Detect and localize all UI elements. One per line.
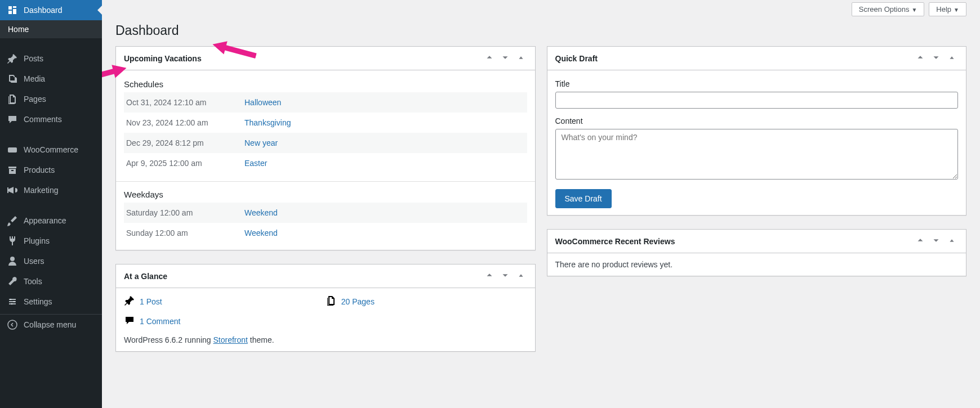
table-row: Dec 29, 2024 8:12 pmNew year — [124, 133, 527, 153]
schedule-link[interactable]: Halloween — [244, 98, 281, 107]
weekdays-heading: Weekdays — [124, 190, 527, 199]
comments-count-link[interactable]: 1 Comment — [140, 317, 180, 326]
sidebar-item-plugins[interactable]: Plugins — [0, 231, 102, 251]
sidebar-item-dashboard[interactable]: Dashboard — [0, 0, 102, 20]
megaphone-icon — [7, 185, 18, 196]
upcoming-vacations-title: Upcoming Vacations — [124, 54, 202, 63]
table-row: Apr 9, 2025 12:00 amEaster — [124, 153, 527, 173]
sidebar-item-label: Marketing — [24, 186, 58, 195]
theme-link[interactable]: Storefront — [213, 335, 248, 344]
footer-text-post: theme. — [248, 335, 274, 344]
save-draft-button[interactable]: Save Draft — [555, 189, 612, 208]
media-icon — [7, 73, 18, 84]
recent-reviews-title: WooCommerce Recent Reviews — [555, 237, 675, 246]
pages-icon — [7, 93, 18, 105]
move-up-icon[interactable] — [483, 270, 496, 282]
sidebar-item-tools[interactable]: Tools — [0, 271, 102, 292]
main-content: Screen Options▼ Help▼ Dashboard Upcoming… — [102, 0, 980, 408]
sidebar-item-label: Dashboard — [24, 6, 63, 15]
admin-sidebar: Dashboard Home Posts Media Pages Comment… — [0, 0, 102, 408]
quick-draft-title: Quick Draft — [555, 54, 598, 63]
posts-count-link[interactable]: 1 Post — [140, 297, 162, 306]
move-down-icon[interactable] — [930, 235, 942, 247]
page-title: Dashboard — [115, 16, 966, 46]
sidebar-item-woocommerce[interactable]: WooCommerce — [0, 140, 102, 160]
sidebar-subitem-home[interactable]: Home — [0, 20, 102, 38]
at-a-glance-box: At a Glance 1 Post — [115, 264, 536, 352]
user-icon — [7, 255, 18, 267]
sidebar-item-label: Plugins — [24, 236, 50, 245]
move-up-icon[interactable] — [914, 52, 926, 64]
sidebar-item-label: Settings — [24, 297, 52, 306]
sidebar-item-posts[interactable]: Posts — [0, 48, 102, 69]
sidebar-item-marketing[interactable]: Marketing — [0, 180, 102, 200]
collapse-icon — [7, 319, 18, 330]
schedule-date: Dec 29, 2024 8:12 pm — [124, 133, 242, 153]
screen-options-button[interactable]: Screen Options▼ — [852, 2, 925, 16]
toggle-box-icon[interactable] — [946, 235, 958, 247]
schedule-link[interactable]: New year — [244, 138, 278, 147]
screen-options-label: Screen Options — [859, 5, 910, 14]
sidebar-item-products[interactable]: Products — [0, 160, 102, 180]
pages-count-link[interactable]: 20 Pages — [341, 297, 375, 306]
sidebar-item-settings[interactable]: Settings — [0, 292, 102, 312]
move-up-icon[interactable] — [483, 52, 496, 64]
quick-draft-box: Quick Draft Title Content Save Draft — [547, 46, 967, 216]
empty-reviews-text: There are no product reviews yet. — [555, 260, 673, 269]
archive-icon — [7, 164, 18, 176]
move-down-icon[interactable] — [930, 52, 942, 64]
recent-reviews-box: WooCommerce Recent Reviews There are no … — [547, 229, 967, 276]
sidebar-item-pages[interactable]: Pages — [0, 89, 102, 109]
schedule-link[interactable]: Easter — [244, 159, 267, 168]
plug-icon — [7, 235, 18, 246]
content-label: Content — [555, 116, 959, 125]
dashboard-icon — [7, 5, 18, 16]
table-row: Nov 23, 2024 12:00 amThanksgiving — [124, 113, 527, 133]
upcoming-vacations-box: Upcoming Vacations Schedules Oct 31, 202… — [115, 46, 536, 250]
move-down-icon[interactable] — [499, 270, 511, 282]
sidebar-subitem-label: Home — [8, 25, 29, 34]
toggle-box-icon[interactable] — [946, 52, 958, 64]
schedule-date: Nov 23, 2024 12:00 am — [124, 113, 242, 133]
sidebar-item-label: Comments — [24, 115, 62, 124]
glance-footer: WordPress 6.6.2 running Storefront theme… — [124, 335, 527, 344]
help-label: Help — [936, 5, 951, 14]
title-label: Title — [555, 79, 959, 88]
move-down-icon[interactable] — [499, 52, 511, 64]
draft-content-textarea[interactable] — [555, 129, 959, 180]
schedules-table: Oct 31, 2024 12:10 amHalloween Nov 23, 2… — [124, 92, 527, 173]
sidebar-item-users[interactable]: Users — [0, 251, 102, 271]
help-button[interactable]: Help▼ — [929, 2, 966, 16]
table-row: Oct 31, 2024 12:10 amHalloween — [124, 92, 527, 113]
sidebar-item-comments[interactable]: Comments — [0, 109, 102, 129]
draft-title-input[interactable] — [555, 92, 959, 109]
schedules-heading: Schedules — [124, 79, 527, 89]
pin-icon — [7, 53, 18, 64]
at-a-glance-title: At a Glance — [124, 272, 167, 281]
footer-text-pre: WordPress 6.6.2 running — [124, 335, 213, 344]
weekday-date: Saturday 12:00 am — [124, 203, 242, 223]
pages-icon — [326, 295, 337, 308]
sidebar-item-media[interactable]: Media — [0, 69, 102, 89]
settings-icon — [7, 296, 18, 307]
weekday-link[interactable]: Weekend — [244, 228, 278, 237]
comment-icon — [7, 114, 18, 125]
collapse-label: Collapse menu — [24, 320, 76, 329]
sidebar-item-label: Posts — [24, 54, 43, 63]
collapse-menu-button[interactable]: Collapse menu — [0, 314, 102, 335]
weekday-date: Sunday 12:00 am — [124, 223, 242, 243]
sidebar-item-label: Products — [24, 165, 55, 174]
sidebar-item-label: Tools — [24, 277, 42, 286]
weekday-link[interactable]: Weekend — [244, 208, 278, 217]
caret-down-icon: ▼ — [954, 7, 959, 13]
sidebar-item-label: Media — [24, 74, 45, 83]
sidebar-item-appearance[interactable]: Appearance — [0, 210, 102, 231]
schedule-date: Oct 31, 2024 12:10 am — [124, 92, 242, 113]
schedule-link[interactable]: Thanksgiving — [244, 118, 291, 127]
toggle-box-icon[interactable] — [515, 52, 527, 64]
woo-icon — [7, 144, 18, 155]
caret-down-icon: ▼ — [911, 7, 917, 13]
toggle-box-icon[interactable] — [515, 270, 527, 282]
move-up-icon[interactable] — [914, 235, 926, 247]
sidebar-item-label: WooCommerce — [24, 145, 78, 154]
